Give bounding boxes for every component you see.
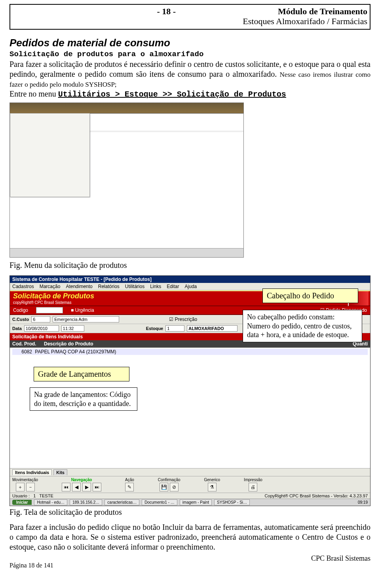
figure2-caption: Fig. Tela de solicitação de produtos (10, 508, 370, 517)
section-paragraph-1: Para fazer a solicitação de produtos é n… (10, 59, 370, 89)
start-button[interactable]: Iniciar (12, 500, 32, 505)
menu-cadastros[interactable]: Cadastros (12, 284, 34, 289)
task-item-3[interactable]: caracteristicas… (104, 499, 139, 505)
codigo-input[interactable]: 3093 (36, 307, 63, 313)
row-desc: PAPEL P/MAQ COP A4 (210X297MM) (35, 349, 116, 355)
toolbar-generico: Generico ⚗ (204, 478, 220, 491)
ccusto-label: C.Custo (12, 317, 29, 322)
print-icon[interactable]: 🖨 (249, 483, 257, 491)
toolbar-conf-label: Confirmação (158, 478, 180, 482)
toolbar: Movimentação ＋ － Navegação ⏮ ◀ ▶ ⏭ Ação … (10, 476, 370, 493)
menu-path: Utilitários > Estoque >> Solicitação de … (58, 90, 286, 99)
ccusto-input[interactable]: 6 (31, 316, 50, 322)
toolbar-gen-label: Generico (204, 478, 220, 482)
bottom-tabs: Itens Individuais Kits (10, 468, 370, 476)
taskbar-clock: 09:19 (358, 500, 368, 505)
generic-icon[interactable]: ⚗ (208, 483, 217, 491)
section-title: Pedidos de material de consumo (10, 37, 370, 49)
task-item-5[interactable]: imagem - Paint (180, 499, 212, 505)
screenshot-menu-panel (10, 113, 90, 197)
callout-cabecalho-explain: No cabeçalho pedido constam: Numero do p… (243, 310, 362, 342)
menu-ajuda[interactable]: Ajuda (185, 284, 197, 289)
page: - 18 - Módulo de Treinamento Estoques Al… (0, 0, 380, 574)
menu-utilitarios[interactable]: Utilitários (125, 284, 144, 289)
edit-icon[interactable]: ✎ (125, 483, 134, 491)
form-title: Solicitação de Produtos (13, 292, 94, 300)
menu-marcacao[interactable]: Marcação (40, 284, 61, 289)
cancel-icon[interactable]: ⊘ (170, 483, 179, 491)
hora-input[interactable]: 11:32 (61, 325, 84, 332)
tab-itens-individuais[interactable]: Itens Individuais (12, 469, 52, 475)
footer-right: CPC Brasil Sistemas (311, 554, 370, 563)
data-input[interactable]: 10/08/2010 (24, 325, 59, 332)
toolbar-acao: Ação ✎ (125, 478, 134, 491)
app-window: Sistema de Controle Hospitalar TESTE - [… (10, 275, 370, 506)
ccusto-desc[interactable]: Emergencia Adm (53, 316, 119, 322)
figure-menu-screenshot (10, 102, 244, 258)
menu-relatorios[interactable]: Relatórios (98, 284, 120, 289)
figure1-caption: Fig. Menu da solicitação de produtos (10, 261, 370, 270)
footer-left: Página 18 de 141 (10, 562, 53, 569)
last-icon[interactable]: ⏭ (93, 483, 101, 491)
callout-grade-explain: Na grade de lançamentos: Código do item,… (30, 387, 137, 411)
task-item-1[interactable]: Hotmail - edu… (34, 499, 67, 505)
col-cod: Cod. Prod. (12, 341, 40, 347)
save-icon[interactable]: 💾 (160, 483, 168, 491)
screenshot-taskbar (10, 248, 243, 257)
estoque-desc[interactable]: ALMOXARIFADO (187, 325, 238, 332)
delete-icon[interactable]: － (26, 483, 35, 491)
prev-icon[interactable]: ◀ (72, 483, 81, 491)
toolbar-nav-label: Navegação (71, 478, 92, 482)
first-icon[interactable]: ⏮ (62, 483, 70, 491)
windows-taskbar: Iniciar Hotmail - edu… 189.16.156.2… car… (10, 499, 370, 506)
usuario-num: 1 (33, 493, 36, 498)
menu-path-line: Entre no menu Utilitários > Estoque >> S… (10, 89, 370, 99)
screenshot-toolbar (10, 103, 243, 114)
usuario-label: Usuario : (12, 493, 30, 498)
module-subtitle: Estoques Almoxarifado / Farmácias (13, 16, 367, 27)
task-item-4[interactable]: Documento1 - … (142, 499, 177, 505)
row-cod: 6082 (13, 349, 34, 355)
toolbar-navegacao: Navegação ⏮ ◀ ▶ ⏭ (62, 478, 101, 491)
toolbar-imp-label: Impressão (244, 478, 262, 482)
toolbar-mov-label: Movimentação (12, 478, 38, 482)
menu-editar[interactable]: Editar (167, 284, 179, 289)
codigo-label: Codigo (13, 307, 28, 313)
prescricao-checkbox[interactable]: Prescrição (175, 317, 198, 322)
toolbar-confirmacao: Confirmação 💾 ⊘ (158, 478, 180, 491)
bottom-paragraph: Para fazer a inclusão do pedido clique n… (10, 522, 370, 552)
page-number: - 18 - (13, 6, 188, 16)
page-header-box: - 18 - Módulo de Treinamento Estoques Al… (10, 4, 370, 30)
module-title: Módulo de Treinamento (188, 6, 367, 16)
next-icon[interactable]: ▶ (82, 483, 91, 491)
estoque-label: Estoque (146, 326, 163, 331)
urgencia-checkbox[interactable]: Urgência (75, 307, 94, 313)
estoque-input[interactable]: 1 (165, 325, 184, 332)
add-icon[interactable]: ＋ (16, 483, 25, 491)
task-item-6[interactable]: SYSHOSP - Si… (214, 499, 250, 505)
table-row[interactable]: 6082 PAPEL P/MAQ COP A4 (210X297MM) (12, 349, 368, 355)
status-bar: Usuario : 1 TESTE CopyRight® CPC Brasil … (10, 493, 370, 499)
data-label: Data (12, 326, 22, 331)
menu-atendimento[interactable]: Atendimento (66, 284, 92, 289)
menu-line-prefix: Entre no menu (10, 89, 58, 98)
tab-kits[interactable]: Kits (53, 469, 67, 475)
toolbar-acao-label: Ação (125, 478, 134, 482)
callout-cabecalho: Cabeçalho do Pedido (262, 288, 358, 303)
window-titlebar: Sistema de Controle Hospitalar TESTE - [… (10, 276, 370, 283)
app-copyright: CopyRight® CPC Brasil Sistemas - Versão:… (264, 493, 368, 498)
section-subheading: Solicitação de produtos para o almoxarif… (10, 50, 370, 59)
task-item-2[interactable]: 189.16.156.2… (70, 499, 102, 505)
callout-grade: Grade de Lançamentos (34, 367, 129, 381)
menu-links[interactable]: Links (150, 284, 161, 289)
usuario-name: TESTE (39, 493, 53, 498)
toolbar-movimentacao: Movimentação ＋ － (12, 478, 38, 491)
toolbar-impressao: Impressão 🖨 (244, 478, 262, 491)
